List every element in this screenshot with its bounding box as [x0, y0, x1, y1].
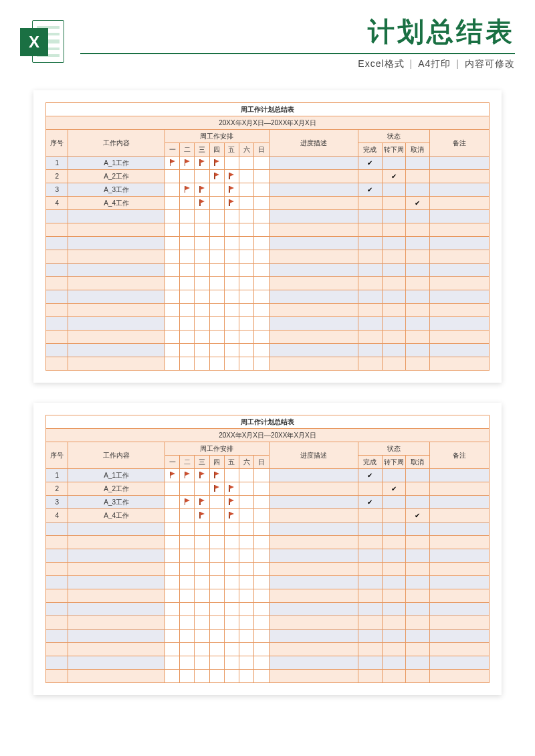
col-schedule: 周工作安排 [165, 442, 269, 456]
check-icon [367, 159, 372, 167]
cell-status [358, 183, 383, 197]
cell-status [406, 496, 430, 509]
col-day-4: 五 [224, 143, 239, 157]
col-progress: 进度描述 [269, 130, 358, 157]
cell-work: A_1工作 [68, 157, 165, 170]
worksheet-preview: 周工作计划总结表20XX年X月X日—20XX年X月X日序号工作内容周工作安排进度… [33, 90, 502, 383]
col-note: 备注 [429, 442, 489, 469]
cell-day [180, 197, 195, 210]
cell-work: A_4工作 [68, 509, 165, 523]
cell-work: A_2工作 [68, 482, 165, 496]
cell-day [180, 469, 195, 482]
cell-day [239, 197, 254, 210]
cell-status [382, 496, 406, 509]
table-row-empty [46, 330, 490, 344]
table-row-empty [46, 670, 490, 683]
cell-seq: 2 [46, 482, 68, 496]
table-row-empty [46, 643, 490, 656]
cell-day [195, 197, 209, 210]
cell-day [254, 509, 269, 523]
col-day-6: 日 [254, 143, 269, 157]
cell-day [209, 509, 224, 523]
cell-note [429, 197, 489, 210]
flag-icon [199, 512, 205, 518]
col-status-1: 转下周 [382, 456, 406, 469]
flag-icon [213, 159, 220, 166]
cell-day [165, 170, 179, 183]
cell-day [195, 482, 209, 496]
cell-day [209, 197, 224, 210]
col-day-3: 四 [209, 143, 224, 157]
cell-status [358, 482, 383, 496]
cell-day [224, 496, 239, 509]
cell-status [382, 482, 406, 496]
col-status-1: 转下周 [382, 143, 406, 157]
cell-status [358, 469, 383, 482]
cell-note [429, 509, 489, 523]
table-row-empty [46, 223, 490, 237]
table-row: 4A_4工作 [46, 509, 490, 523]
cell-status [406, 183, 430, 197]
col-day-3: 四 [209, 456, 224, 469]
date-range: 20XX年X月X日—20XX年X月X日 [46, 429, 490, 442]
col-day-2: 三 [195, 456, 209, 469]
flag-icon [213, 485, 220, 492]
cell-day [165, 469, 179, 482]
cell-day [239, 170, 254, 183]
cell-day [254, 183, 269, 197]
check-icon [367, 186, 372, 193]
cell-day [195, 469, 209, 482]
flag-icon [213, 472, 220, 478]
col-status-2: 取消 [406, 456, 430, 469]
table-row-empty [46, 563, 490, 576]
flag-icon [199, 472, 205, 478]
cell-status [358, 496, 383, 509]
cell-status [358, 170, 383, 183]
table-row: 1A_1工作 [46, 469, 490, 482]
col-day-6: 日 [254, 456, 269, 469]
cell-work: A_1工作 [68, 469, 165, 482]
cell-progress [269, 496, 358, 509]
cell-day [180, 496, 195, 509]
cell-work: A_4工作 [68, 197, 165, 210]
cell-status [382, 197, 406, 210]
cell-note [429, 157, 489, 170]
cell-day [254, 496, 269, 509]
cell-day [165, 496, 179, 509]
table-row: 3A_3工作 [46, 183, 490, 197]
cell-progress [269, 509, 358, 523]
flag-icon [199, 498, 205, 505]
check-icon [391, 485, 397, 492]
cell-day [180, 509, 195, 523]
cell-day [224, 509, 239, 523]
flag-icon [228, 485, 235, 492]
flag-icon [199, 186, 205, 193]
cell-day [180, 170, 195, 183]
col-day-5: 六 [239, 143, 254, 157]
cell-day [239, 496, 254, 509]
table-row: 4A_4工作 [46, 197, 490, 210]
table-row-empty [46, 250, 490, 264]
cell-day [254, 469, 269, 482]
table-row-empty [46, 549, 490, 563]
table-row-empty [46, 277, 490, 290]
cell-status [406, 482, 430, 496]
cell-day [254, 157, 269, 170]
cell-day [254, 197, 269, 210]
flag-icon [228, 199, 235, 206]
col-day-5: 六 [239, 456, 254, 469]
flag-icon [228, 186, 235, 193]
flag-icon [184, 186, 191, 193]
excel-icon: X [20, 19, 67, 66]
table-row-empty [46, 357, 490, 371]
table-row: 1A_1工作 [46, 157, 490, 170]
table-row-empty [46, 264, 490, 277]
check-icon [415, 512, 420, 519]
cell-status [406, 469, 430, 482]
cell-progress [269, 197, 358, 210]
flag-icon [213, 173, 220, 179]
cell-day [195, 509, 209, 523]
col-seq: 序号 [46, 442, 68, 469]
cell-day [224, 170, 239, 183]
table-row-empty [46, 576, 490, 589]
